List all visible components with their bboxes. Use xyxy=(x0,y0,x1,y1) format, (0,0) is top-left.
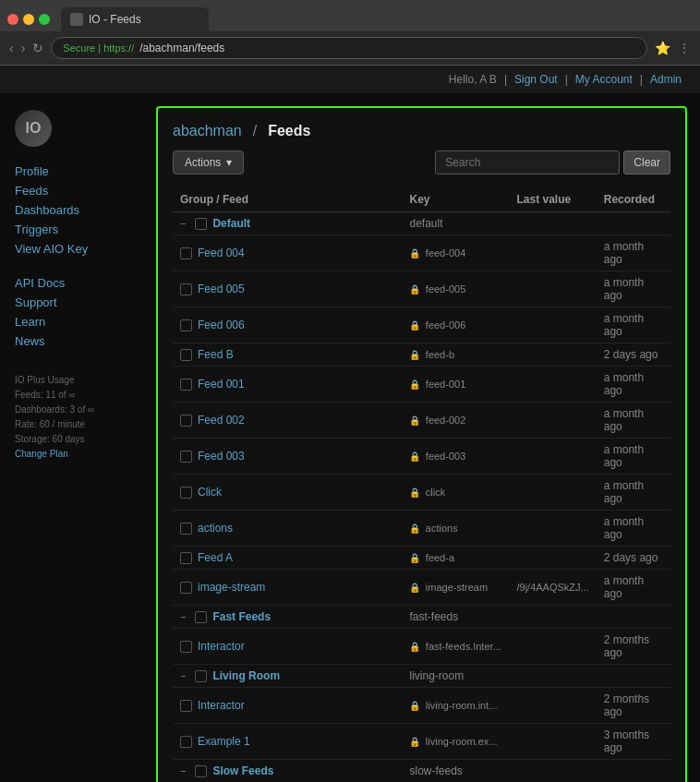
sidebar-item-learn[interactable]: Learn xyxy=(15,312,128,331)
group-last-value xyxy=(509,760,596,783)
refresh-button[interactable]: ↻ xyxy=(32,41,43,55)
feed-recorded: 2 months ago xyxy=(597,688,670,724)
feed-last-value xyxy=(509,511,596,547)
maximize-button[interactable] xyxy=(39,14,50,25)
group-recorded xyxy=(597,606,670,629)
table-row: Click 🔒 click a month ago xyxy=(173,475,670,511)
group-key: fast-feeds xyxy=(402,606,509,629)
collapse-icon[interactable]: − xyxy=(180,218,186,229)
table-row: image-stream 🔒 image-stream /9j/4AAQSkZJ… xyxy=(173,570,670,606)
group-checkbox[interactable] xyxy=(195,218,207,230)
feed-name-link[interactable]: Example 1 xyxy=(198,735,250,748)
dropdown-arrow-icon: ▾ xyxy=(226,156,232,169)
sign-out-link[interactable]: Sign Out xyxy=(514,73,558,86)
group-checkbox[interactable] xyxy=(195,611,207,623)
feed-checkbox[interactable] xyxy=(180,487,192,499)
feed-last-value xyxy=(509,439,596,475)
menu-icon[interactable]: ⋮ xyxy=(678,41,691,55)
search-area: Clear xyxy=(435,150,670,174)
feed-name-link[interactable]: Feed 006 xyxy=(198,319,245,331)
sidebar-item-feeds[interactable]: Feeds xyxy=(15,181,128,200)
feed-checkbox[interactable] xyxy=(180,641,192,653)
tab-bar: IO - Feeds xyxy=(0,0,700,31)
close-button[interactable] xyxy=(7,14,18,25)
usage-divider xyxy=(0,351,143,366)
feed-checkbox[interactable] xyxy=(180,283,192,295)
feed-name-link[interactable]: Feed 003 xyxy=(198,450,245,463)
feed-key: feed-a xyxy=(426,552,454,563)
feed-recorded: a month ago xyxy=(597,235,670,271)
sidebar-item-triggers[interactable]: Triggers xyxy=(15,220,128,239)
forward-button[interactable]: › xyxy=(21,41,26,55)
feed-name-link[interactable]: image-stream xyxy=(198,581,265,594)
feed-checkbox[interactable] xyxy=(180,349,192,361)
feed-checkbox[interactable] xyxy=(180,415,192,427)
browser-actions: ⭐ ⋮ xyxy=(655,41,691,55)
table-row: Feed 005 🔒 feed-005 a month ago xyxy=(173,271,670,307)
minimize-button[interactable] xyxy=(23,14,34,25)
feed-checkbox[interactable] xyxy=(180,247,192,259)
feed-name-link[interactable]: Feed 001 xyxy=(198,378,245,391)
feed-name-link[interactable]: Interactor xyxy=(198,699,245,712)
usage-rate: Rate: 60 / minute xyxy=(15,417,128,432)
feed-recorded: a month ago xyxy=(597,403,670,439)
collapse-icon[interactable]: − xyxy=(180,611,186,622)
browser-tab[interactable]: IO - Feeds xyxy=(61,7,209,31)
search-input[interactable] xyxy=(435,150,620,174)
admin-link[interactable]: Admin xyxy=(650,73,682,86)
clear-button[interactable]: Clear xyxy=(623,150,670,174)
feed-recorded: 2 days ago xyxy=(597,547,670,570)
feed-checkbox[interactable] xyxy=(180,700,192,712)
feeds-header: abachman / Feeds xyxy=(173,123,670,139)
sidebar-item-view-aio-key[interactable]: View AIO Key xyxy=(15,239,128,259)
feed-checkbox[interactable] xyxy=(180,552,192,564)
group-checkbox[interactable] xyxy=(195,670,207,682)
feed-name-link[interactable]: Feed B xyxy=(198,348,234,361)
usage-info: IO Plus Usage Feeds: 11 of ∞ Dashboards:… xyxy=(0,366,143,469)
feed-checkbox[interactable] xyxy=(180,319,192,331)
table-row: actions 🔒 actions a month ago xyxy=(173,511,670,547)
feed-name-link[interactable]: Interactor xyxy=(198,640,245,653)
feeds-table: Group / Feed Key Last value Recorded − D… xyxy=(173,187,670,782)
sidebar-item-api-docs[interactable]: API Docs xyxy=(15,273,128,293)
back-button[interactable]: ‹ xyxy=(9,41,14,55)
sidebar-item-dashboards[interactable]: Dashboards xyxy=(15,200,128,220)
feed-name-link[interactable]: actions xyxy=(198,522,233,535)
feed-checkbox[interactable] xyxy=(180,451,192,463)
my-account-link[interactable]: My Account xyxy=(575,73,633,86)
tab-title: IO - Feeds xyxy=(89,13,141,26)
feed-name-link[interactable]: Feed 002 xyxy=(198,414,245,427)
breadcrumb-user[interactable]: abachman xyxy=(173,123,242,139)
feed-name-link[interactable]: Click xyxy=(198,486,222,499)
group-name[interactable]: Living Room xyxy=(212,669,280,682)
feed-key-cell: 🔒 click xyxy=(402,475,509,511)
feed-checkbox[interactable] xyxy=(180,736,192,748)
sidebar-item-news[interactable]: News xyxy=(15,331,128,351)
lock-icon: 🔒 xyxy=(409,642,420,652)
lock-icon: 🔒 xyxy=(409,350,420,360)
group-name[interactable]: Fast Feeds xyxy=(212,610,271,623)
feed-checkbox[interactable] xyxy=(180,582,192,594)
feed-recorded: a month ago xyxy=(597,271,670,307)
feed-key-cell: 🔒 feed-001 xyxy=(402,367,509,403)
sidebar-item-profile[interactable]: Profile xyxy=(15,162,128,181)
group-name[interactable]: Slow Feeds xyxy=(212,764,273,777)
collapse-icon[interactable]: − xyxy=(180,765,186,776)
primary-nav: Profile Feeds Dashboards Triggers View A… xyxy=(0,162,143,259)
group-checkbox[interactable] xyxy=(195,765,207,777)
feed-name-link[interactable]: Feed A xyxy=(198,551,233,564)
url-bar[interactable]: Secure | https:// /abachman/feeds xyxy=(51,37,647,59)
actions-button[interactable]: Actions ▾ xyxy=(173,150,244,174)
bookmark-icon[interactable]: ⭐ xyxy=(655,41,670,55)
collapse-icon[interactable]: − xyxy=(180,670,186,681)
feed-key: feed-b xyxy=(426,349,454,360)
feed-checkbox[interactable] xyxy=(180,379,192,391)
feed-name-link[interactable]: Feed 004 xyxy=(198,247,245,259)
feed-name-link[interactable]: Feed 005 xyxy=(198,283,245,295)
group-name[interactable]: Default xyxy=(212,217,250,230)
feed-key: image-stream xyxy=(426,582,488,593)
feed-key-cell: 🔒 living-room.int... xyxy=(402,688,509,724)
change-plan-link[interactable]: Change Plan xyxy=(15,449,68,459)
sidebar-item-support[interactable]: Support xyxy=(15,293,128,312)
feed-checkbox[interactable] xyxy=(180,523,192,535)
